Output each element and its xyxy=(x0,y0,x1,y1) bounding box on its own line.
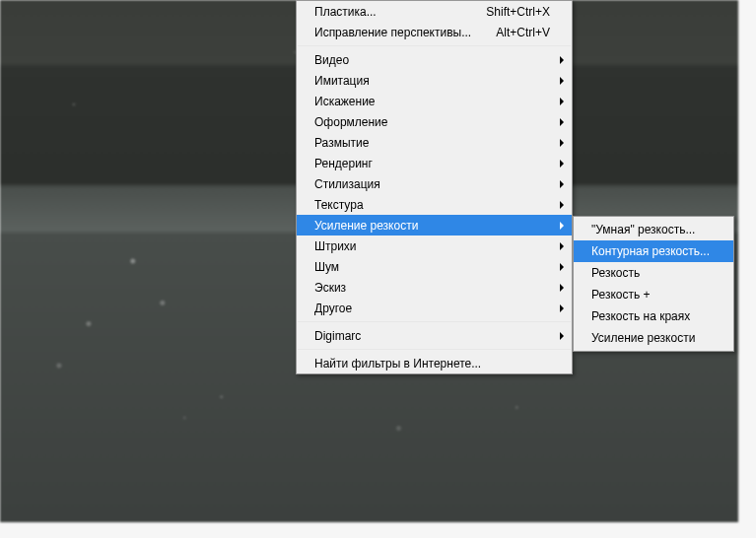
chevron-right-icon xyxy=(560,160,564,168)
menu-item-label: Рендеринг xyxy=(314,157,550,170)
filter-menu: Пластика... Shift+Ctrl+X Исправление пер… xyxy=(296,0,573,374)
submenu-item-unsharp-mask[interactable]: Контурная резкость... xyxy=(574,240,733,262)
chevron-right-icon xyxy=(560,222,564,230)
menu-item-sharpen[interactable]: Усиление резкости xyxy=(297,215,572,235)
menu-separator xyxy=(298,45,571,46)
menu-item-shortcut: Alt+Ctrl+V xyxy=(496,26,550,39)
menu-item-artistic[interactable]: Имитация xyxy=(297,70,572,91)
menu-item-label: Резкость на краях xyxy=(591,309,720,323)
app-stage: Пластика... Shift+Ctrl+X Исправление пер… xyxy=(0,0,756,538)
menu-item-label: Оформление xyxy=(314,115,550,129)
menu-item-noise[interactable]: Шум xyxy=(297,256,572,277)
chevron-right-icon xyxy=(560,118,564,126)
menu-item-label: Текстура xyxy=(314,198,550,212)
chevron-right-icon xyxy=(560,139,564,147)
menu-separator xyxy=(298,349,571,350)
chevron-right-icon xyxy=(560,284,564,292)
menu-item-label: Шум xyxy=(314,260,550,274)
menu-item-label: Стилизация xyxy=(314,177,550,191)
menu-item-browse-filters[interactable]: Найти фильтры в Интернете... xyxy=(297,353,572,373)
menu-item-label: "Умная" резкость... xyxy=(591,223,720,236)
menu-separator xyxy=(298,321,571,322)
menu-item-label: Видео xyxy=(314,53,550,67)
menu-item-brush-strokes[interactable]: Штрихи xyxy=(297,235,572,256)
menu-item-label: Контурная резкость... xyxy=(591,244,720,258)
menu-item-label: Имитация xyxy=(314,74,550,88)
menu-item-label: Усиление резкости xyxy=(591,331,720,345)
menu-item-sketch[interactable]: Эскиз xyxy=(297,277,572,298)
menu-item-vanishing-point[interactable]: Исправление перспективы... Alt+Ctrl+V xyxy=(297,22,572,42)
submenu-item-sharpen[interactable]: Резкость xyxy=(574,262,733,284)
submenu-item-smart-sharpen[interactable]: "Умная" резкость... xyxy=(574,219,733,240)
chevron-right-icon xyxy=(560,304,564,312)
menu-item-label: Эскиз xyxy=(314,281,550,295)
menu-item-label: Исправление перспективы... xyxy=(314,26,484,39)
chevron-right-icon xyxy=(560,263,564,271)
chevron-right-icon xyxy=(560,56,564,64)
menu-item-distort[interactable]: Искажение xyxy=(297,91,572,111)
sharpen-submenu: "Умная" резкость... Контурная резкость..… xyxy=(573,216,734,352)
menu-item-label: Штрихи xyxy=(314,239,550,253)
menu-item-label: Другое xyxy=(314,302,550,315)
chevron-right-icon xyxy=(560,201,564,209)
menu-item-label: Искажение xyxy=(314,95,550,108)
menu-item-label: Резкость xyxy=(591,266,720,280)
submenu-item-sharpen-amplify[interactable]: Усиление резкости xyxy=(574,327,733,349)
chevron-right-icon xyxy=(560,242,564,250)
menu-item-render[interactable]: Рендеринг xyxy=(297,153,572,173)
menu-item-label: Усиление резкости xyxy=(314,219,550,233)
menu-item-stylize[interactable]: Стилизация xyxy=(297,173,572,194)
menu-item-label: Найти фильтры в Интернете... xyxy=(314,357,550,370)
menu-item-shortcut: Shift+Ctrl+X xyxy=(486,5,550,19)
menu-item-label: Резкость + xyxy=(591,288,720,302)
submenu-item-sharpen-edges[interactable]: Резкость на краях xyxy=(574,305,733,327)
menu-item-label: Размытие xyxy=(314,136,550,150)
chevron-right-icon xyxy=(560,98,564,105)
menu-item-other[interactable]: Другое xyxy=(297,298,572,318)
menu-item-video[interactable]: Видео xyxy=(297,49,572,70)
menu-item-blur[interactable]: Размытие xyxy=(297,132,572,153)
menu-item-label: Digimarc xyxy=(314,329,550,343)
menu-item-digimarc[interactable]: Digimarc xyxy=(297,325,572,346)
menu-item-liquify[interactable]: Пластика... Shift+Ctrl+X xyxy=(297,1,572,22)
menu-item-label: Пластика... xyxy=(314,5,474,19)
menu-item-texture[interactable]: Текстура xyxy=(297,194,572,215)
menu-item-pixelate[interactable]: Оформление xyxy=(297,111,572,132)
chevron-right-icon xyxy=(560,180,564,188)
chevron-right-icon xyxy=(560,332,564,340)
chevron-right-icon xyxy=(560,77,564,85)
submenu-item-sharpen-more[interactable]: Резкость + xyxy=(574,284,733,305)
